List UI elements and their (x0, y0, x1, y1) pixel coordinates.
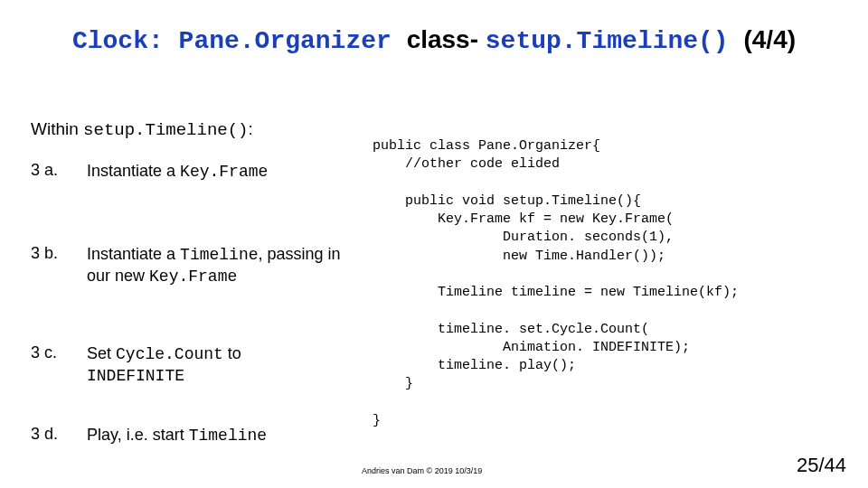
page-number: 25/44 (797, 454, 846, 477)
step-text: Instantiate a (87, 162, 180, 180)
step-code: Timeline (180, 246, 258, 264)
step-body: Set Cycle.Count to INDEFINITE (87, 343, 241, 386)
step-3b: 3 b. Instantiate a Timeline, passing in … (31, 244, 365, 286)
step-number: 3 d. (31, 425, 61, 444)
subhead-suffix: : (249, 119, 253, 138)
title-part4: (4/4) (743, 25, 796, 53)
step-text: Play, i.e. start (87, 426, 189, 444)
step-body: Play, i.e. start Timeline (87, 425, 267, 446)
step-code: Key.Frame (149, 267, 237, 286)
title-part1: Clock: Pane.Organizer (72, 27, 407, 55)
step-text: to (223, 344, 241, 362)
step-code: Timeline (189, 427, 267, 445)
subhead-prefix: Within (31, 119, 83, 138)
footer-credit: Andries van Dam © 2019 10/3/19 (362, 466, 482, 475)
step-number: 3 b. (31, 244, 61, 263)
subheading: Within setup.Timeline(): (31, 119, 253, 140)
slide-title: Clock: Pane.Organizer class- setup.Timel… (0, 0, 868, 55)
step-text: Set (87, 344, 116, 362)
step-3c: 3 c. Set Cycle.Count to INDEFINITE (31, 343, 241, 386)
code-block: public class Pane.Organizer{ //other cod… (373, 137, 739, 430)
title-part2: class- (407, 25, 486, 53)
step-3d: 3 d. Play, i.e. start Timeline (31, 425, 267, 446)
step-body: Instantiate a Timeline, passing in our n… (87, 244, 365, 286)
step-code: INDEFINITE (87, 367, 184, 385)
subhead-code: setup.Timeline() (83, 120, 248, 140)
step-number: 3 a. (31, 161, 61, 180)
step-number: 3 c. (31, 343, 61, 362)
step-3a: 3 a. Instantiate a Key.Frame (31, 161, 268, 183)
step-body: Instantiate a Key.Frame (87, 161, 268, 183)
step-code: Key.Frame (180, 163, 268, 181)
step-text: Instantiate a (87, 245, 180, 263)
title-part3: setup.Timeline() (486, 27, 744, 55)
step-code: Cycle.Count (116, 345, 223, 363)
